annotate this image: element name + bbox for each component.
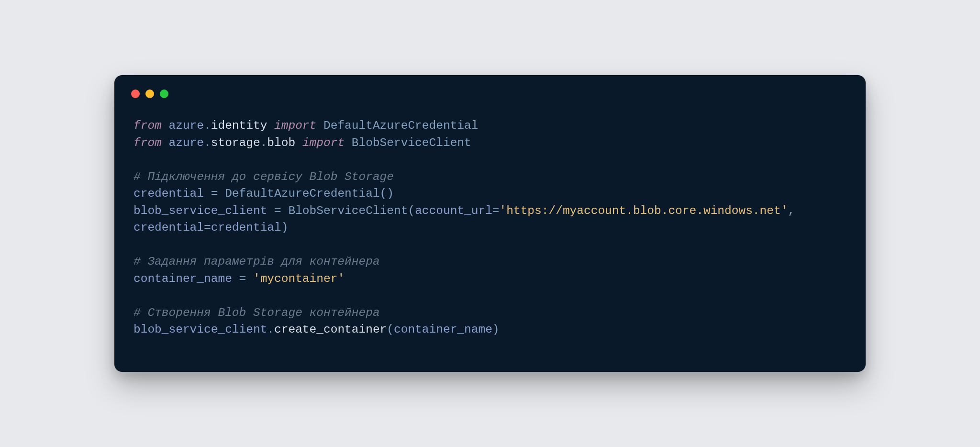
keyword-from: from: [134, 119, 162, 132]
comment: # Підключення до сервісу Blob Storage: [134, 170, 394, 183]
kwarg: account_url: [415, 204, 492, 217]
argument: container_name: [394, 323, 492, 336]
module: azure: [169, 136, 204, 149]
module: blob: [267, 136, 295, 149]
call: DefaultAzureCredential: [225, 187, 379, 200]
kwarg: credential: [134, 221, 204, 234]
keyword-from: from: [134, 136, 162, 149]
method: create_container: [274, 323, 387, 336]
rparen: ): [281, 221, 289, 234]
keyword-import: import: [274, 119, 316, 132]
close-icon[interactable]: [131, 89, 140, 98]
minimize-icon[interactable]: [145, 89, 154, 98]
call: BlobServiceClient: [288, 204, 408, 217]
maximize-icon[interactable]: [160, 89, 168, 98]
code-window: from azure.identity import DefaultAzureC…: [114, 75, 866, 372]
variable: container_name: [134, 272, 232, 285]
string: 'https://myaccount.blob.core.windows.net…: [500, 204, 788, 217]
operator: =: [204, 187, 225, 200]
module: azure: [169, 119, 204, 132]
lparen: (: [387, 323, 394, 336]
comment: # Задання параметрів для контейнера: [134, 255, 380, 268]
rparen: ): [492, 323, 500, 336]
code-block: from azure.identity import DefaultAzureC…: [134, 117, 846, 338]
dot: .: [204, 119, 211, 132]
module: identity: [211, 119, 267, 132]
parens: (): [380, 187, 394, 200]
variable: credential: [211, 221, 281, 234]
identifier: DefaultAzureCredential: [323, 119, 478, 132]
keyword-import: import: [302, 136, 345, 149]
comma: ,: [788, 204, 802, 217]
module: storage: [211, 136, 260, 149]
dot: .: [260, 136, 267, 149]
operator: =: [232, 272, 253, 285]
variable: blob_service_client: [134, 204, 267, 217]
operator: =: [492, 204, 500, 217]
dot: .: [204, 136, 211, 149]
operator: =: [204, 221, 211, 234]
lparen: (: [408, 204, 415, 217]
dot: .: [267, 323, 274, 336]
variable: blob_service_client: [134, 323, 267, 336]
operator: =: [267, 204, 288, 217]
comment: # Створення Blob Storage контейнера: [134, 306, 380, 319]
window-controls: [131, 89, 846, 98]
variable: credential: [134, 187, 204, 200]
identifier: BlobServiceClient: [352, 136, 471, 149]
string: 'mycontainer': [253, 272, 345, 285]
